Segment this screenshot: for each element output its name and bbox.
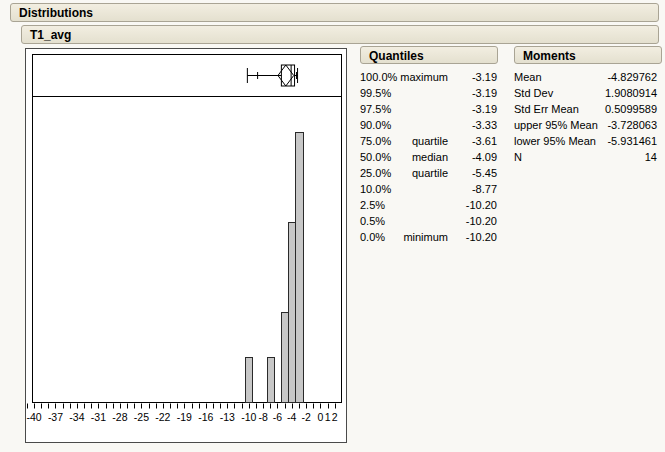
- x-tick-label: -4: [287, 411, 296, 423]
- moment-row: Mean-4.829762: [514, 69, 659, 85]
- histogram-bar[interactable]: [289, 223, 296, 403]
- quantile-value: -8.77: [447, 181, 497, 197]
- quantile-row: 25.0%quartile-5.45: [360, 165, 498, 181]
- histogram-bar[interactable]: [246, 358, 253, 403]
- quantile-pct: 75.0%: [360, 133, 391, 149]
- moment-row: Std Err Mean0.5099589: [514, 101, 659, 117]
- quantile-pct: 10.0%: [360, 181, 391, 197]
- quantile-value: -3.61: [447, 133, 497, 149]
- moment-row: lower 95% Mean-5.931461: [514, 133, 659, 149]
- moment-label: Std Err Mean: [514, 101, 579, 117]
- plot-canvas: -40-37-34-31-28-25-22-19-16-13-10-8-6-4-…: [26, 49, 346, 442]
- moment-value: -3.728063: [607, 117, 657, 133]
- quantile-pct: 97.5%: [360, 101, 391, 117]
- x-tick-label: -34: [69, 411, 84, 423]
- quantiles-title: Quantiles: [369, 49, 424, 63]
- quantile-value: -10.20: [447, 197, 497, 213]
- moments-outline-header[interactable]: Moments: [514, 46, 662, 64]
- quantile-row: 10.0%-8.77: [360, 181, 498, 197]
- quantile-pct: 0.0%: [360, 229, 385, 245]
- quantile-pct: 25.0%: [360, 165, 391, 181]
- quantile-value: -3.19: [447, 85, 497, 101]
- variable-outline-header[interactable]: T1_avg: [21, 25, 659, 44]
- x-tick-label: -25: [134, 411, 149, 423]
- x-tick-label: -8: [258, 411, 267, 423]
- quantile-row: 0.5%-10.20: [360, 213, 498, 229]
- moment-value: -5.931461: [607, 133, 657, 149]
- quantile-value: -3.19: [447, 69, 497, 85]
- quantile-role: median: [390, 149, 448, 165]
- quantile-role: minimum: [390, 229, 448, 245]
- quantile-row: 0.0%minimum-10.20: [360, 229, 498, 245]
- x-axis-labels: -40-37-34-31-28-25-22-19-16-13-10-8-6-4-…: [26, 411, 337, 423]
- moment-row: N14: [514, 149, 659, 165]
- quantile-role: maximum: [390, 69, 448, 85]
- histogram-boxplot-graph[interactable]: -40-37-34-31-28-25-22-19-16-13-10-8-6-4-…: [25, 48, 347, 443]
- quantile-pct: 99.5%: [360, 85, 391, 101]
- x-tick-label: -2: [301, 411, 310, 423]
- histogram-bar[interactable]: [268, 358, 275, 403]
- x-tick-label: -31: [91, 411, 106, 423]
- quantile-value: -3.19: [447, 101, 497, 117]
- quantile-row: 97.5%-3.19: [360, 101, 498, 117]
- distributions-title: Distributions: [19, 6, 93, 20]
- moment-label: Std Dev: [514, 85, 553, 101]
- quantile-row: 100.0%maximum-3.19: [360, 69, 498, 85]
- quantiles-table: 100.0%maximum-3.1999.5%-3.1997.5%-3.1990…: [360, 69, 498, 245]
- x-tick-label: -13: [220, 411, 235, 423]
- quantile-value: -5.45: [447, 165, 497, 181]
- quantile-row: 99.5%-3.19: [360, 85, 498, 101]
- moments-title: Moments: [523, 49, 576, 63]
- moment-label: upper 95% Mean: [514, 117, 598, 133]
- quantile-value: -10.20: [447, 229, 497, 245]
- quantile-pct: 50.0%: [360, 149, 391, 165]
- x-tick-label: -16: [198, 411, 213, 423]
- quantiles-outline-header[interactable]: Quantiles: [360, 46, 498, 64]
- x-tick-label: 0: [317, 411, 323, 423]
- x-tick-label: -10: [241, 411, 256, 423]
- x-tick-label: -37: [48, 411, 63, 423]
- quantile-row: 75.0%quartile-3.61: [360, 133, 498, 149]
- quantile-value: -10.20: [447, 213, 497, 229]
- quantile-row: 2.5%-10.20: [360, 197, 498, 213]
- quantile-value: -3.33: [447, 117, 497, 133]
- x-axis-ticks: [28, 404, 336, 409]
- moment-value: 14: [645, 149, 657, 165]
- moment-label: N: [514, 149, 522, 165]
- moment-value: 0.5099589: [605, 101, 657, 117]
- histogram-bar[interactable]: [296, 133, 304, 403]
- quantile-pct: 2.5%: [360, 197, 385, 213]
- moment-row: upper 95% Mean-3.728063: [514, 117, 659, 133]
- x-tick-label: -28: [112, 411, 127, 423]
- quantile-row: 90.0%-3.33: [360, 117, 498, 133]
- x-tick-label: -40: [26, 411, 41, 423]
- moment-value: 1.9080914: [605, 85, 657, 101]
- moment-label: lower 95% Mean: [514, 133, 596, 149]
- histogram-bar[interactable]: [282, 313, 289, 403]
- moment-label: Mean: [514, 69, 542, 85]
- quantile-role: quartile: [390, 133, 448, 149]
- x-tick-label: 1: [325, 411, 331, 423]
- x-tick-label: 2: [332, 411, 338, 423]
- x-tick-label: -22: [155, 411, 170, 423]
- quantile-pct: 0.5%: [360, 213, 385, 229]
- distributions-outline-header[interactable]: Distributions: [10, 3, 659, 22]
- quantile-value: -4.09: [447, 149, 497, 165]
- quantile-pct: 90.0%: [360, 117, 391, 133]
- quantile-role: quartile: [390, 165, 448, 181]
- moment-value: -4.829762: [607, 69, 657, 85]
- moment-row: Std Dev1.9080914: [514, 85, 659, 101]
- x-tick-label: -6: [273, 411, 282, 423]
- variable-title: T1_avg: [30, 28, 71, 42]
- quantile-row: 50.0%median-4.09: [360, 149, 498, 165]
- moments-table: Mean-4.829762Std Dev1.9080914Std Err Mea…: [514, 69, 659, 165]
- x-tick-label: -19: [177, 411, 192, 423]
